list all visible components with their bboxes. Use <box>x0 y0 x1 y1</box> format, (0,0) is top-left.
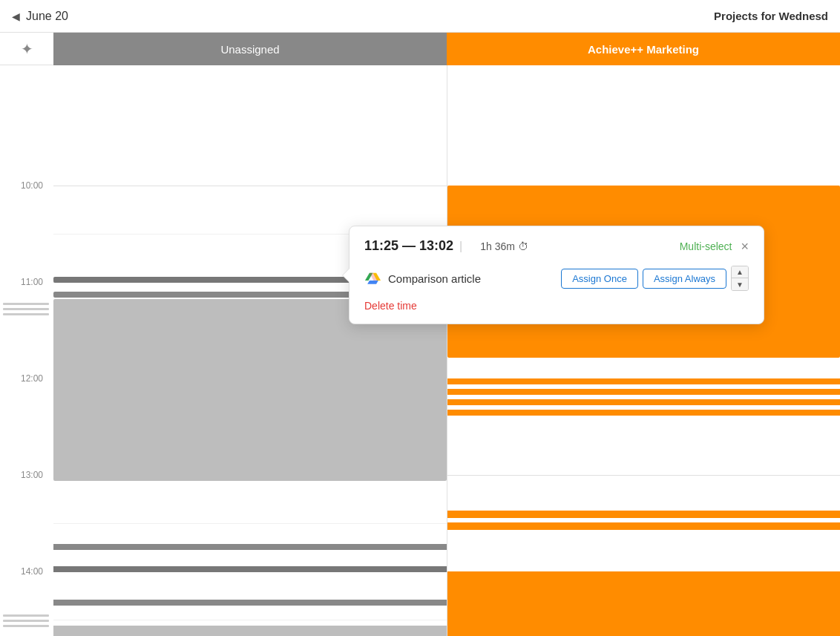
time-label-10: 10:00 <box>0 180 49 191</box>
gray-bar-5 <box>53 600 447 606</box>
popup-arrow <box>342 268 350 283</box>
time-label-12: 12:00 <box>0 373 49 384</box>
popup-close-button[interactable]: × <box>741 240 749 253</box>
grid-body: 10:00 11:00 12:00 13:00 14:00 <box>0 65 840 636</box>
assign-always-button[interactable]: Assign Always <box>643 269 726 289</box>
orange-block-bottom <box>447 571 841 636</box>
achieve-label: Achieve++ Marketing <box>588 43 699 56</box>
header-left: ◀ June 20 <box>12 10 68 23</box>
popup-task-name: Comparison article <box>388 272 554 285</box>
popup-multi-select[interactable]: Multi-select <box>680 240 732 252</box>
gray-bar-6 <box>53 626 447 636</box>
popup-duration: 1h 36m ⏱ <box>480 240 528 252</box>
top-header: ◀ June 20 Projects for Wednesd <box>0 0 840 33</box>
gray-block-main <box>53 299 447 481</box>
gutter-lines-2 <box>3 614 49 630</box>
google-drive-icon <box>364 270 381 286</box>
scroll-arrows: ▲ ▼ <box>731 266 749 291</box>
time-label-11: 11:00 <box>0 277 49 287</box>
achieve-hour-line-13 <box>447 475 841 476</box>
task-popup: 11:25 — 13:02 | 1h 36m ⏱ Multi-select × … <box>349 226 764 324</box>
gutter-lines-1 <box>3 303 49 318</box>
achieve-col-header: Achieve++ Marketing <box>447 33 840 65</box>
unassigned-col-header: Unassigned <box>53 33 447 65</box>
popup-duration-text: 1h 36m <box>480 240 515 252</box>
popup-timer-icon: ⏱ <box>518 240 528 252</box>
delete-time-button[interactable]: Delete time <box>364 300 749 312</box>
popup-header: 11:25 — 13:02 | 1h 36m ⏱ Multi-select × <box>364 238 749 254</box>
wand-col-header: ✦ <box>0 33 53 65</box>
popup-task-row: Comparison article Assign Once Assign Al… <box>364 266 749 291</box>
orange-stripes-area-2 <box>447 511 841 530</box>
scroll-down-arrow[interactable]: ▼ <box>732 278 748 290</box>
column-headers: ✦ Unassigned Achieve++ Marketing <box>0 33 840 65</box>
popup-header-left: 11:25 — 13:02 | 1h 36m ⏱ <box>364 238 528 254</box>
wand-icon[interactable]: ✦ <box>21 40 33 58</box>
orange-stripes-area <box>447 378 841 416</box>
time-label-14: 14:00 <box>0 566 49 577</box>
assign-once-button[interactable]: Assign Once <box>561 269 638 289</box>
gray-bar-3 <box>53 544 447 550</box>
scroll-up-arrow[interactable]: ▲ <box>732 266 748 278</box>
half-hour-5 <box>53 620 447 620</box>
time-label-13: 13:00 <box>0 470 49 480</box>
date-label: June 20 <box>26 10 68 23</box>
projects-label: Projects for Wednesd <box>714 10 828 22</box>
popup-pipe: | <box>459 240 462 253</box>
half-hour-4 <box>53 523 447 524</box>
main-layout: ✦ Unassigned Achieve++ Marketing 10:00 1… <box>0 33 840 636</box>
hour-line-10 <box>53 186 447 186</box>
unassigned-label: Unassigned <box>220 43 279 56</box>
popup-arrow-inner <box>343 269 350 282</box>
unassigned-column <box>53 65 447 636</box>
time-gutter: 10:00 11:00 12:00 13:00 14:00 <box>0 65 53 636</box>
popup-action-buttons: Assign Once Assign Always ▲ ▼ <box>561 266 749 291</box>
prev-button[interactable]: ◀ <box>12 10 20 22</box>
popup-time-range: 11:25 — 13:02 <box>364 238 453 254</box>
gray-bar-4 <box>53 566 447 572</box>
achieve-column <box>447 65 841 636</box>
